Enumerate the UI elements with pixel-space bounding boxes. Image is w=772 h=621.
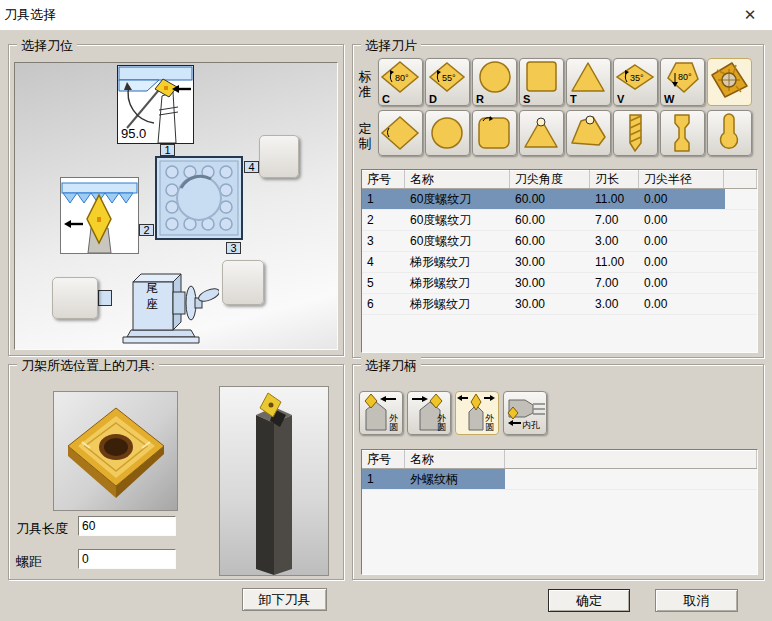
group-shank: 选择刀柄 外圆 外圆 外圆 (352, 364, 764, 580)
insert-button-thread[interactable] (707, 58, 752, 106)
tailstock-button[interactable] (52, 277, 98, 319)
custom-button-triangle[interactable] (519, 110, 564, 156)
table-row[interactable]: 5 梯形螺纹刀 30.00 7.00 0.00 (362, 273, 757, 294)
table-row[interactable]: 2 60度螺纹刀 60.00 7.00 0.00 (362, 210, 757, 231)
position-3-button[interactable] (222, 260, 264, 305)
col-name[interactable]: 名称 (405, 450, 505, 468)
col-seq[interactable]: 序号 (362, 170, 405, 188)
table-row[interactable]: 1 60度螺纹刀 60.00 11.00 0.00 (362, 189, 757, 210)
cancel-button[interactable]: 取消 (655, 589, 738, 612)
pentagon-icon (567, 111, 610, 155)
col-blank (505, 450, 757, 468)
shank-button-external-both[interactable]: 外圆 (455, 391, 499, 435)
custom-button-round-groove[interactable] (707, 110, 752, 156)
position-tab-1: 1 (160, 144, 175, 156)
custom-button-pentagon[interactable] (566, 110, 611, 156)
round-groove-insert-icon (708, 111, 751, 155)
insert-letter: S (523, 93, 530, 105)
insert-button-D[interactable]: 55° D (425, 58, 470, 106)
cell-seq: 1 (362, 189, 405, 209)
position-4-button[interactable] (259, 135, 299, 178)
custom-row-label: 定制 (357, 121, 373, 151)
cell-tip-radius: 0.00 (639, 273, 724, 293)
triangle-dot-icon (520, 111, 563, 155)
position-2-tool-image[interactable] (60, 177, 139, 254)
shank-button-label: 外圆 (437, 414, 448, 432)
table-row[interactable]: 1 外螺纹柄 (362, 469, 757, 490)
custom-button-drill[interactable] (613, 110, 658, 156)
col-tip-radius[interactable]: 刀尖半径 (639, 170, 724, 188)
table-row[interactable]: 4 梯形螺纹刀 30.00 11.00 0.00 (362, 252, 757, 273)
cell-seq: 4 (362, 252, 405, 272)
cell-edge-length: 3.00 (590, 231, 639, 251)
col-tip-angle[interactable]: 刀尖角度 (510, 170, 590, 188)
cell-tip-radius: 0.00 (639, 231, 724, 251)
shank-button-external-right[interactable]: 外圆 (407, 391, 451, 435)
insert-table-header: 序号 名称 刀尖角度 刃长 刀尖半径 (362, 170, 757, 189)
ok-button[interactable]: 确定 (548, 589, 630, 612)
group-tool-position: 选择刀位 95.0 1 (8, 44, 344, 356)
tool-length-label: 刀具长度 (16, 520, 68, 538)
svg-text:80°: 80° (395, 73, 409, 83)
table-row[interactable]: 6 梯形螺纹刀 30.00 3.00 0.00 (362, 294, 757, 315)
angle-value: 95.0 (121, 126, 146, 141)
tailstock-label: 尾座 (145, 280, 159, 312)
insert-button-S[interactable]: S (519, 58, 564, 106)
cell-tip-angle: 60.00 (510, 231, 590, 251)
shank-button-label: 内孔 (522, 421, 540, 430)
insert-letter: V (617, 93, 624, 105)
cell-tip-radius: 0.00 (639, 294, 724, 314)
cell-edge-length: 3.00 (590, 294, 639, 314)
cell-edge-length: 11.00 (590, 189, 639, 209)
group-insert-label: 选择刀片 (361, 37, 421, 55)
insert-button-V[interactable]: 35° V (613, 58, 658, 106)
cell-seq: 5 (362, 273, 405, 293)
cell-seq: 6 (362, 294, 405, 314)
tool-length-input[interactable] (78, 516, 176, 536)
close-icon[interactable]: ✕ (740, 5, 760, 25)
custom-button-round[interactable] (425, 110, 470, 156)
table-row[interactable]: 3 60度螺纹刀 60.00 3.00 0.00 (362, 231, 757, 252)
shank-button-external-left[interactable]: 外圆 (359, 391, 403, 435)
svg-text:80°: 80° (678, 72, 692, 82)
col-edge-length[interactable]: 刃长 (590, 170, 639, 188)
pitch-input[interactable] (78, 549, 176, 569)
group-holder-tools-label: 刀架所选位置上的刀具: (17, 357, 159, 375)
cell-edge-length: 11.00 (590, 252, 639, 272)
insert-letter: R (476, 93, 484, 105)
insert-table: 序号 名称 刀尖角度 刃长 刀尖半径 1 60度螺纹刀 60.00 11.00 … (361, 169, 758, 353)
cell-name: 梯形螺纹刀 (405, 273, 510, 293)
cell-seq: 1 (362, 469, 405, 489)
group-insert: 选择刀片 标准 定制 80° C 55° D R S (352, 44, 764, 358)
cell-name: 60度螺纹刀 (405, 210, 510, 230)
col-seq[interactable]: 序号 (362, 450, 405, 468)
dialog-title: 刀具选择 (4, 6, 56, 24)
col-name[interactable]: 名称 (405, 170, 510, 188)
remove-tool-button[interactable]: 卸下刀具 (242, 588, 327, 611)
groove-insert-icon (661, 111, 704, 155)
insert-button-C[interactable]: 80° C (378, 58, 423, 106)
custom-button-rounded-square[interactable] (472, 110, 517, 156)
title-bar: 刀具选择 ✕ (0, 0, 772, 30)
cell-edge-length: 7.00 (590, 210, 639, 230)
carbide-insert-icon (54, 392, 177, 510)
custom-button-groove[interactable] (660, 110, 705, 156)
turret-icon (155, 156, 243, 240)
cell-tip-radius: 0.00 (639, 210, 724, 230)
cell-name: 梯形螺纹刀 (405, 294, 510, 314)
position-1-tool-image[interactable]: 95.0 (117, 65, 194, 144)
shank-table-header: 序号 名称 (362, 450, 757, 469)
shank-table: 序号 名称 1 外螺纹柄 (361, 449, 758, 575)
insert-button-W[interactable]: 80° W (660, 58, 705, 106)
turret (155, 156, 243, 240)
shank-button-label: 外圆 (485, 414, 496, 432)
group-holder-tools: 刀架所选位置上的刀具: 刀具长度 螺距 (8, 364, 344, 580)
insert-button-T[interactable]: T (566, 58, 611, 106)
cell-name: 外螺纹柄 (405, 469, 505, 489)
cell-seq: 2 (362, 210, 405, 230)
thread-insert-icon (708, 59, 751, 103)
shank-button-bore[interactable]: 内孔 (503, 391, 547, 435)
custom-button-diamond[interactable] (378, 110, 423, 156)
thread-tool-icon (61, 178, 138, 253)
insert-button-R[interactable]: R (472, 58, 517, 106)
